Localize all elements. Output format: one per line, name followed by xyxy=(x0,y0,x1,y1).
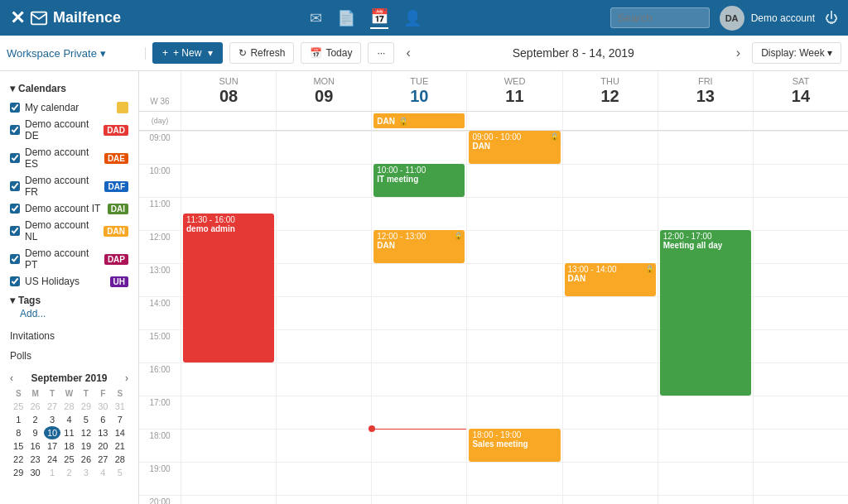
hour-cell[interactable] xyxy=(372,462,466,495)
mini-cal-day[interactable]: 16 xyxy=(26,439,43,453)
all-day-event[interactable]: DAN🔒 xyxy=(373,113,465,128)
mini-cal-day[interactable]: 18 xyxy=(60,439,77,453)
mini-cal-day[interactable]: 30 xyxy=(26,466,43,479)
refresh-button[interactable]: ↻ Refresh xyxy=(229,42,294,64)
hour-cell[interactable] xyxy=(372,131,466,164)
hour-cell[interactable] xyxy=(563,197,658,230)
hour-cell[interactable] xyxy=(754,131,848,164)
email-nav-icon[interactable]: ✉ xyxy=(310,9,322,27)
polls-link[interactable]: Polls xyxy=(0,346,138,366)
mini-cal-day[interactable]: 4 xyxy=(60,413,77,426)
event-block[interactable]: 13:00 - 14:00DAN🔒 xyxy=(565,263,656,296)
hour-cell[interactable] xyxy=(277,164,371,197)
hour-cell[interactable] xyxy=(277,263,371,296)
calendar-item[interactable]: Demo account PT DAP xyxy=(0,245,138,273)
search-input[interactable] xyxy=(610,7,710,28)
tags-section-title[interactable]: ▾ Tags xyxy=(10,295,128,306)
hour-cell[interactable] xyxy=(181,362,276,396)
mini-cal-day[interactable]: 7 xyxy=(112,413,128,426)
mini-cal-day[interactable]: 26 xyxy=(26,400,43,413)
mini-cal-day[interactable]: 28 xyxy=(60,400,77,413)
mini-cal-day[interactable]: 24 xyxy=(44,453,60,466)
calendar-item[interactable]: Demo account IT DAI xyxy=(0,200,138,217)
new-button[interactable]: + + New ▾ xyxy=(152,42,223,64)
hour-cell[interactable] xyxy=(372,197,466,230)
mini-cal-day[interactable]: 30 xyxy=(94,400,111,413)
calendar-header-cell[interactable]: WED11 xyxy=(466,71,561,111)
hour-cell[interactable] xyxy=(467,296,561,329)
workspace-selector[interactable]: Workspace Private ▾ xyxy=(7,47,146,60)
mini-cal-day[interactable]: 15 xyxy=(10,439,26,453)
mini-cal-day[interactable]: 4 xyxy=(94,466,111,479)
calendar-header-cell[interactable]: MON09 xyxy=(276,71,371,111)
calendar-checkbox[interactable] xyxy=(10,254,20,264)
hour-cell[interactable] xyxy=(563,396,658,429)
hour-cell[interactable] xyxy=(658,131,753,164)
hour-cell[interactable] xyxy=(658,429,753,462)
hour-cell[interactable] xyxy=(277,495,371,504)
hour-cell[interactable] xyxy=(277,131,371,164)
hour-cell[interactable] xyxy=(563,429,658,462)
hour-cell[interactable] xyxy=(181,462,276,495)
hour-cell[interactable] xyxy=(754,495,848,504)
hour-cell[interactable] xyxy=(754,263,848,296)
calendar-checkbox[interactable] xyxy=(10,125,20,135)
mini-cal-day[interactable]: 12 xyxy=(78,426,94,439)
mini-cal-day[interactable]: 14 xyxy=(112,426,128,439)
hour-cell[interactable] xyxy=(372,329,466,362)
mini-cal-day[interactable]: 10 xyxy=(44,426,60,439)
calendar-nav-icon[interactable]: 📅 xyxy=(370,7,388,29)
contacts-nav-icon[interactable]: 👤 xyxy=(403,9,422,27)
hour-cell[interactable] xyxy=(372,296,466,329)
calendar-header-cell[interactable]: TUE10 xyxy=(371,71,466,111)
mini-cal-day[interactable]: 6 xyxy=(94,413,111,426)
mini-cal-day[interactable]: 23 xyxy=(26,453,43,466)
hour-cell[interactable] xyxy=(372,429,466,462)
mini-cal-day[interactable]: 5 xyxy=(112,466,128,479)
display-button[interactable]: Display: Week ▾ xyxy=(752,42,841,64)
hour-cell[interactable] xyxy=(754,164,848,197)
calendar-header-cell[interactable]: FRI13 xyxy=(658,71,753,111)
mini-cal-day[interactable]: 17 xyxy=(44,439,60,453)
docs-nav-icon[interactable]: 📄 xyxy=(337,9,355,27)
hour-cell[interactable] xyxy=(467,362,561,396)
hour-cell[interactable] xyxy=(467,197,561,230)
hour-cell[interactable] xyxy=(563,230,658,263)
calendar-item[interactable]: My calendar xyxy=(0,99,138,116)
today-button[interactable]: 📅 Today xyxy=(301,42,361,64)
hour-cell[interactable] xyxy=(277,429,371,462)
mini-cal-day[interactable]: 2 xyxy=(60,466,77,479)
hour-cell[interactable] xyxy=(181,429,276,462)
mini-cal-day[interactable]: 22 xyxy=(10,453,26,466)
hour-cell[interactable] xyxy=(658,197,753,230)
calendars-section-title[interactable]: ▾ Calendars xyxy=(0,78,138,99)
mini-cal-day[interactable]: 3 xyxy=(44,413,60,426)
event-block[interactable]: 09:00 - 10:00DAN🔒 xyxy=(469,131,560,164)
event-block[interactable]: 12:00 - 13:00DAN🔒 xyxy=(373,230,465,263)
hour-cell[interactable] xyxy=(181,396,276,429)
calendar-checkbox[interactable] xyxy=(10,226,20,236)
mini-cal-day[interactable]: 27 xyxy=(94,453,111,466)
hour-cell[interactable] xyxy=(467,164,561,197)
mini-cal-day[interactable]: 29 xyxy=(10,466,26,479)
calendar-item[interactable]: Demo account ES DAE xyxy=(0,144,138,172)
calendar-checkbox[interactable] xyxy=(10,181,20,191)
hour-cell[interactable] xyxy=(658,495,753,504)
hour-cell[interactable] xyxy=(277,329,371,362)
mini-cal-day[interactable]: 28 xyxy=(112,453,128,466)
invitations-link[interactable]: Invitations xyxy=(0,326,138,346)
mini-cal-day[interactable]: 31 xyxy=(112,400,128,413)
hour-cell[interactable] xyxy=(658,164,753,197)
hour-cell[interactable] xyxy=(467,329,561,362)
hour-cell[interactable] xyxy=(467,263,561,296)
mini-cal-day[interactable]: 3 xyxy=(78,466,94,479)
hour-cell[interactable] xyxy=(754,462,848,495)
hour-cell[interactable] xyxy=(277,197,371,230)
mini-cal-day[interactable]: 29 xyxy=(78,400,94,413)
hour-cell[interactable] xyxy=(563,462,658,495)
hour-cell[interactable] xyxy=(563,131,658,164)
calendar-checkbox[interactable] xyxy=(10,153,20,163)
user-menu[interactable]: DA Demo account xyxy=(720,6,815,31)
hour-cell[interactable] xyxy=(563,296,658,329)
mini-next-button[interactable]: › xyxy=(125,372,128,384)
